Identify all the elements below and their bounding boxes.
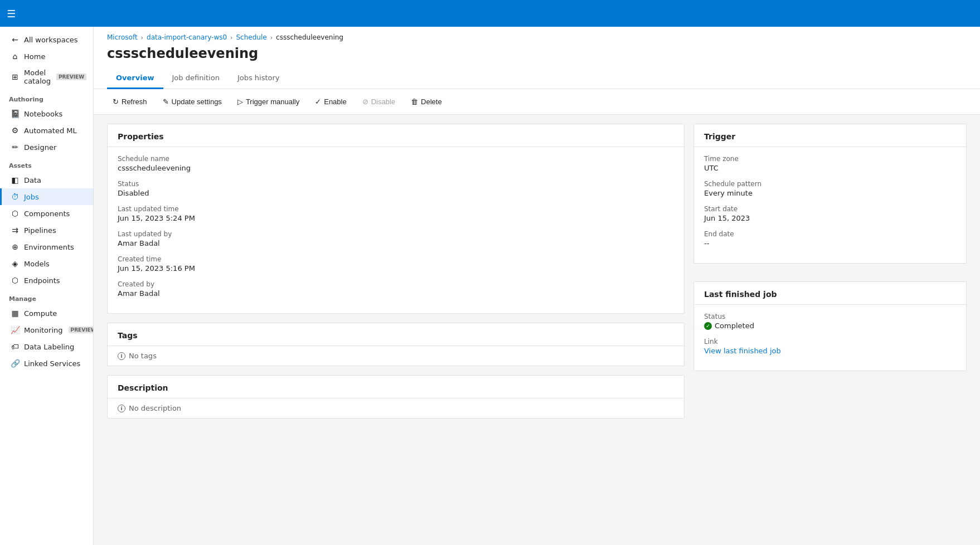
properties-card: Properties Schedule name cssscheduleeven… (107, 124, 685, 314)
sidebar-item-pipelines[interactable]: ⇉ Pipelines (0, 222, 93, 239)
breadcrumb-microsoft[interactable]: Microsoft (107, 33, 138, 41)
model-catalog-icon: ⊞ (11, 72, 20, 81)
description-title: Description (108, 376, 684, 398)
tags-card: Tags i No tags (107, 323, 685, 366)
trigger-manually-button[interactable]: ▷ Trigger manually (232, 95, 305, 109)
linked-services-icon: 🔗 (11, 359, 20, 368)
last-finished-job-title: Last finished job (694, 282, 966, 304)
models-icon: ◈ (11, 259, 20, 268)
left-column: Properties Schedule name cssscheduleeven… (107, 124, 685, 427)
sidebar-item-all-workspaces[interactable]: ← All workspaces (0, 31, 93, 48)
toolbar: ↻ Refresh ✎ Update settings ▷ Trigger ma… (94, 89, 980, 115)
monitoring-icon: 📈 (11, 325, 20, 334)
tab-job-definition[interactable]: Job definition (163, 68, 229, 89)
sidebar-item-home[interactable]: ⌂ Home (0, 48, 93, 65)
status-badge: ✓ Completed (704, 322, 956, 330)
components-icon: ⬡ (11, 209, 20, 218)
sidebar-item-linked-services[interactable]: 🔗 Linked Services (0, 355, 93, 372)
automated-ml-icon: ⚙ (11, 126, 20, 135)
last-finished-job-card: Last finished job Status ✓ Completed Lin… (693, 281, 967, 371)
properties-title: Properties (108, 124, 684, 147)
enable-icon: ✓ (315, 98, 321, 106)
breadcrumb-workspace[interactable]: data-import-canary-ws0 (147, 33, 227, 41)
prop-created-by: Created by Amar Badal (118, 280, 674, 298)
home-icon: ⌂ (11, 52, 20, 61)
sidebar-item-components[interactable]: ⬡ Components (0, 205, 93, 222)
prop-created-time: Created time Jun 15, 2023 5:16 PM (118, 255, 674, 272)
tags-title: Tags (108, 323, 684, 346)
sidebar-item-designer[interactable]: ✏ Designer (0, 139, 93, 155)
refresh-button[interactable]: ↻ Refresh (107, 95, 153, 109)
enable-button[interactable]: ✓ Enable (309, 95, 352, 109)
sidebar-item-notebooks[interactable]: 📓 Notebooks (0, 105, 93, 122)
trigger-body: Time zone UTC Schedule pattern Every min… (694, 147, 966, 263)
sidebar-item-compute[interactable]: ▦ Compute (0, 305, 93, 322)
update-settings-button[interactable]: ✎ Update settings (157, 95, 227, 109)
sidebar-item-automated-ml[interactable]: ⚙ Automated ML (0, 122, 93, 139)
tab-jobs-history[interactable]: Jobs history (229, 68, 289, 89)
sidebar-item-jobs[interactable]: ⏱ Jobs (0, 188, 93, 205)
sidebar-item-environments[interactable]: ⊕ Environments (0, 239, 93, 255)
breadcrumb-current: cssscheduleevening (276, 33, 343, 41)
disable-button[interactable]: ⊘ Disable (357, 95, 401, 109)
right-column: Trigger Time zone UTC Schedule pattern E… (693, 124, 967, 427)
pipelines-icon: ⇉ (11, 226, 20, 235)
prop-schedule-pattern: Schedule pattern Every minute (704, 180, 956, 197)
data-icon: ◧ (11, 176, 20, 184)
prop-start-date: Start date Jun 15, 2023 (704, 205, 956, 222)
page-header: cssscheduleevening (94, 41, 980, 68)
delete-icon: 🗑 (411, 98, 418, 106)
view-last-finished-job-link[interactable]: View last finished job (704, 347, 781, 355)
page-title: cssscheduleevening (107, 46, 967, 68)
sidebar-section-assets: Assets (0, 155, 93, 172)
breadcrumb-schedule[interactable]: Schedule (236, 33, 267, 41)
sidebar-item-data-labeling[interactable]: 🏷 Data Labeling (0, 338, 93, 355)
properties-body: Schedule name cssscheduleevening Status … (108, 147, 684, 313)
tabs: Overview Job definition Jobs history (94, 68, 980, 89)
info-icon-desc: i (118, 405, 125, 412)
prop-job-link: Link View last finished job (704, 338, 956, 355)
prop-last-updated-by: Last updated by Amar Badal (118, 230, 674, 247)
sidebar-item-endpoints[interactable]: ⬡ Endpoints (0, 272, 93, 289)
sidebar-item-models[interactable]: ◈ Models (0, 255, 93, 272)
sidebar: ← All workspaces ⌂ Home ⊞ Model catalog … (0, 27, 94, 545)
prop-end-date: End date -- (704, 230, 956, 247)
disable-icon: ⊘ (362, 98, 368, 106)
notebooks-icon: 📓 (11, 109, 20, 118)
endpoints-icon: ⬡ (11, 276, 20, 285)
prop-job-status: Status ✓ Completed (704, 313, 956, 330)
description-empty: i No description (108, 398, 684, 418)
tags-empty: i No tags (108, 346, 684, 366)
trigger-card: Trigger Time zone UTC Schedule pattern E… (693, 124, 967, 264)
prop-status: Status Disabled (118, 180, 674, 197)
sidebar-section-authoring: Authoring (0, 89, 93, 105)
hamburger-icon[interactable]: ☰ (7, 8, 16, 20)
play-icon: ▷ (237, 98, 243, 106)
body-grid: Properties Schedule name cssscheduleeven… (94, 115, 980, 436)
sidebar-item-monitoring[interactable]: 📈 Monitoring PREVIEW (0, 322, 93, 338)
breadcrumb: Microsoft › data-import-canary-ws0 › Sch… (94, 27, 980, 41)
prop-schedule-name: Schedule name cssscheduleevening (118, 155, 674, 172)
prop-last-updated-time: Last updated time Jun 15, 2023 5:24 PM (118, 205, 674, 222)
compute-icon: ▦ (11, 309, 20, 318)
designer-icon: ✏ (11, 143, 20, 152)
completed-icon: ✓ (704, 322, 712, 330)
jobs-icon: ⏱ (11, 192, 20, 201)
delete-button[interactable]: 🗑 Delete (405, 95, 448, 109)
environments-icon: ⊕ (11, 242, 20, 251)
sidebar-item-model-catalog[interactable]: ⊞ Model catalog PREVIEW (0, 65, 93, 89)
edit-icon: ✎ (163, 98, 169, 106)
top-bar: ☰ (0, 0, 980, 27)
last-finished-job-body: Status ✓ Completed Link View last finish… (694, 305, 966, 371)
refresh-icon: ↻ (113, 98, 119, 106)
info-icon: i (118, 352, 125, 360)
trigger-title: Trigger (694, 124, 966, 147)
content-area: Microsoft › data-import-canary-ws0 › Sch… (94, 27, 980, 545)
prop-time-zone: Time zone UTC (704, 155, 956, 172)
description-card: Description i No description (107, 375, 685, 419)
tab-overview[interactable]: Overview (107, 68, 163, 89)
data-labeling-icon: 🏷 (11, 342, 20, 351)
sidebar-section-manage: Manage (0, 289, 93, 305)
back-icon: ← (11, 35, 20, 44)
sidebar-item-data[interactable]: ◧ Data (0, 172, 93, 188)
